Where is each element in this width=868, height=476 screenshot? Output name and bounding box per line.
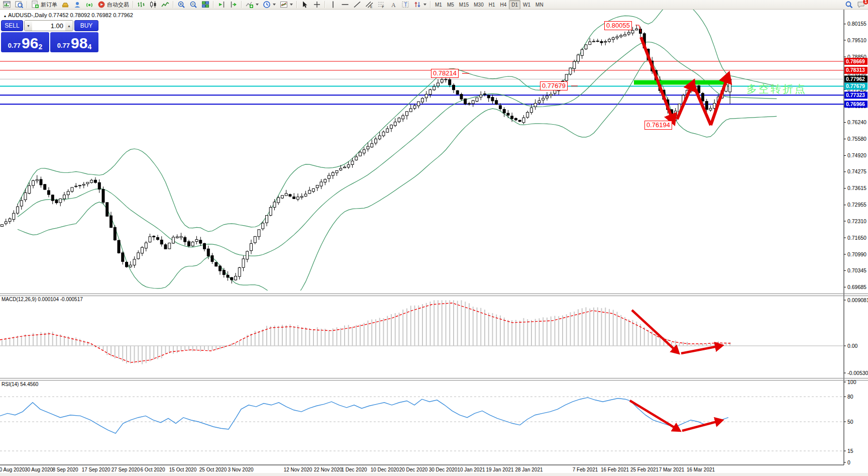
tile-windows-icon[interactable] [199, 0, 211, 10]
text-icon-glyph: A [389, 1, 397, 9]
svg-text:-0.005306: -0.005306 [847, 370, 868, 376]
text-label-icon[interactable]: T [399, 0, 411, 10]
new-order-button-glyph [31, 1, 39, 9]
svg-text:0.71650: 0.71650 [847, 235, 866, 241]
fibonacci-icon[interactable]: F [375, 0, 387, 10]
toolbar-separator [27, 1, 28, 8]
line-chart-icon[interactable] [159, 0, 171, 10]
svg-text:25 Feb 2021: 25 Feb 2021 [630, 467, 659, 472]
toolbar-separator [241, 1, 242, 8]
chart-shift-icon[interactable] [228, 0, 240, 10]
chart-title-text: AUDUSD-,Daily 0.77452 0.78092 0.76982 0.… [8, 12, 133, 18]
svg-text:12 Nov 2020: 12 Nov 2020 [284, 467, 312, 472]
horizontal-line-icon[interactable] [339, 0, 351, 10]
templates-icon[interactable] [278, 0, 295, 10]
buy-price-prefix: 0.77 [57, 42, 70, 49]
chart-title: ▴AUDUSD-,Daily 0.77452 0.78092 0.76982 0… [4, 12, 133, 18]
svg-text:3 Nov 2020: 3 Nov 2020 [228, 467, 254, 472]
market-icon[interactable] [59, 0, 71, 10]
market-icon-glyph [61, 1, 69, 9]
text-icon[interactable]: A [387, 0, 399, 10]
svg-text:0.74275: 0.74275 [847, 168, 866, 174]
zoom-in-icon-glyph [177, 1, 185, 9]
toolbar-separator [173, 1, 174, 8]
svg-text:50: 50 [847, 419, 853, 425]
autoscroll-icon[interactable] [215, 0, 228, 10]
signals-icon[interactable] [83, 0, 95, 10]
price-annotation-0.77679: 0.77679 [540, 81, 568, 90]
vertical-line-icon-glyph [329, 1, 337, 9]
fibonacci-icon-glyph: F [377, 1, 385, 9]
chart-search-icon[interactable] [13, 0, 25, 10]
indicators-icon[interactable] [244, 0, 261, 10]
arrows-icon[interactable] [411, 0, 428, 10]
price-annotation-0.80055: 0.80055 [604, 21, 632, 30]
zoom-out-icon[interactable] [187, 0, 199, 10]
toolbar-separator [296, 1, 297, 8]
price-annotation-0.76194: 0.76194 [644, 121, 672, 130]
sell-price-panel[interactable]: 0.77 96 2 [1, 32, 49, 52]
svg-text:0.69685: 0.69685 [847, 284, 866, 290]
chart-window-icon[interactable] [1, 0, 13, 10]
svg-text:0.75580: 0.75580 [847, 136, 866, 142]
autotrading-button[interactable]: 自动交易 [95, 0, 131, 10]
timeframe-button-h1[interactable]: H1 [486, 0, 498, 10]
periods-icon-caret [273, 4, 276, 6]
vertical-line-icon[interactable] [327, 0, 339, 10]
svg-text:0.76240: 0.76240 [847, 119, 866, 125]
cursor-icon[interactable] [299, 0, 311, 10]
bars-chart-icon[interactable] [135, 0, 147, 10]
equidistant-channel-icon[interactable]: E [363, 0, 375, 10]
zone-annotation-label: 多空转折点 [746, 82, 807, 96]
crosshair-icon[interactable] [311, 0, 323, 10]
svg-text:F: F [382, 5, 384, 9]
volume-stepper: ▼ ▲ [24, 20, 73, 31]
svg-text:0.00: 0.00 [847, 343, 858, 349]
candlestick-icon[interactable] [147, 0, 159, 10]
svg-text:15: 15 [847, 448, 853, 454]
zoom-in-icon[interactable] [175, 0, 187, 10]
chart-collapse-icon[interactable]: ▴ [4, 14, 6, 18]
rsi-indicator-label: RSI(14) 54.4560 [2, 382, 38, 387]
periods-icon[interactable] [261, 0, 278, 10]
svg-text:10 Jan 2021: 10 Jan 2021 [457, 467, 485, 472]
timeframe-button-m30[interactable]: M30 [471, 0, 486, 10]
line-chart-icon-glyph [161, 1, 169, 9]
periods-icon-glyph [263, 1, 271, 9]
timeframe-button-d1[interactable]: D1 [509, 0, 520, 10]
candlestick-icon-glyph [149, 1, 157, 9]
timeframe-button-m5[interactable]: M5 [445, 0, 457, 10]
buy-button[interactable]: BUY [74, 20, 98, 31]
autotrading-button-glyph [97, 1, 105, 9]
text-label-icon-glyph: T [401, 1, 409, 9]
timeframe-button-m1[interactable]: M1 [432, 0, 445, 10]
notifications-button[interactable]: 1 [855, 0, 867, 10]
horizontal-line-icon-glyph [341, 1, 349, 9]
one-click-trading-panel: SELL ▼ ▲ BUY 0.77 96 2 0.77 98 4 [1, 20, 98, 52]
new-order-button[interactable]: 新订单 [29, 0, 59, 10]
svg-text:0.80155: 0.80155 [847, 21, 866, 27]
sell-button[interactable]: SELL [1, 20, 23, 31]
svg-text:1 Dec 2020: 1 Dec 2020 [341, 467, 367, 472]
svg-text:0 Aug 2020: 0 Aug 2020 [0, 467, 25, 472]
svg-text:0.72955: 0.72955 [847, 202, 866, 208]
search-button[interactable] [843, 0, 855, 10]
volume-decrease-button[interactable]: ▼ [25, 21, 32, 31]
signals-icon-glyph [85, 1, 93, 9]
svg-text:0.70345: 0.70345 [847, 267, 866, 273]
timeframe-button-w1[interactable]: W1 [520, 0, 533, 10]
timeframe-button-h4[interactable]: H4 [498, 0, 509, 10]
community-icon-glyph [73, 1, 81, 9]
arrows-icon-caret [423, 4, 426, 6]
sell-price-pip: 2 [38, 43, 42, 51]
buy-price-panel[interactable]: 0.77 98 4 [50, 32, 98, 52]
zoom-out-icon-glyph [189, 1, 197, 9]
svg-text:A: A [391, 2, 396, 9]
trendline-icon[interactable] [351, 0, 363, 10]
timeframe-button-m15[interactable]: M15 [457, 0, 471, 10]
volume-input[interactable] [32, 21, 65, 31]
volume-increase-button[interactable]: ▲ [65, 21, 73, 31]
community-icon[interactable] [71, 0, 83, 10]
svg-text:0.77962: 0.77962 [846, 76, 865, 82]
timeframe-button-mn[interactable]: MN [533, 0, 546, 10]
